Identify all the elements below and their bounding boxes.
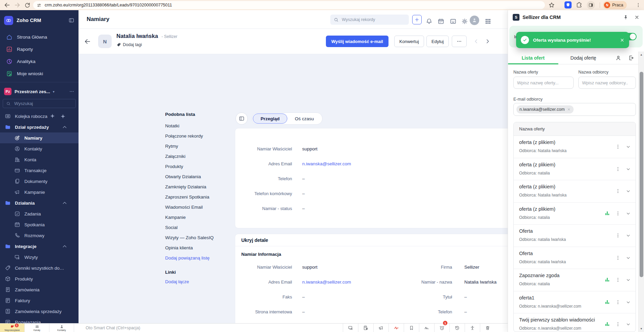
sidebar-item[interactable]: Konta [0, 154, 79, 165]
related-list-item[interactable]: Rytmy [165, 141, 231, 151]
browser-menu-icon[interactable] [636, 1, 641, 9]
sidebar-item[interactable]: Działania [0, 198, 79, 208]
sidebar-search-input[interactable] [14, 101, 74, 106]
chat-dock-nieprzeczytane[interactable]: Nieprzeczytane 1 [0, 324, 25, 332]
row-menu-icon[interactable] [615, 188, 621, 194]
chevron-up-icon[interactable] [62, 124, 68, 130]
url-text[interactable]: crm.zoho.eu/crm/org20113388066/tab/Leads… [45, 3, 172, 7]
related-list-item[interactable]: Zamknięty Działania [165, 182, 231, 192]
apps-grid-icon[interactable] [485, 18, 491, 25]
chevron-down-icon[interactable] [626, 255, 631, 261]
chevron-down-icon[interactable] [626, 211, 631, 216]
bookmark-star-icon[interactable] [548, 2, 555, 8]
row-menu-icon[interactable] [615, 211, 621, 216]
offer-row[interactable]: oferta1 Odbiorca: n.iwanska@sellizer.com [514, 291, 636, 314]
caret-down-icon[interactable]: ▾ [53, 90, 54, 94]
address-bar[interactable]: crm.zoho.eu/crm/org20113388066/tab/Leads… [33, 1, 545, 9]
sidebar-item[interactable]: Strona Główna [0, 31, 79, 43]
chevron-down-icon[interactable] [626, 277, 631, 283]
chevron-down-icon[interactable] [626, 167, 631, 172]
sidebar-item[interactable]: Analityka [0, 55, 79, 67]
chevron-down-icon[interactable] [626, 300, 631, 305]
toolbar-monitoruser-button[interactable] [343, 324, 358, 332]
field-value[interactable]: n.iwanska@sellizer.com [302, 279, 351, 285]
sidebar-item[interactable]: Transakcje [0, 165, 79, 176]
stats-icon[interactable] [605, 321, 610, 327]
offer-row[interactable]: Zapoznanie zgoda Odbiorca: natalia [514, 269, 636, 291]
add-tags[interactable]: Dodaj tagi [116, 42, 142, 47]
toolbar-history-button[interactable] [449, 324, 465, 332]
toolbar-megaphone-button[interactable] [373, 324, 388, 332]
related-list-item[interactable]: Social [165, 222, 231, 232]
chevron-down-icon[interactable] [626, 144, 631, 149]
row-menu-icon[interactable] [615, 321, 621, 327]
related-list-item[interactable]: Połączone rekordy [165, 131, 231, 141]
global-search-input[interactable] [341, 17, 405, 22]
sidebar-item[interactable]: Produkty [0, 273, 79, 284]
chat-dock-kontakty[interactable]: Kontakty [49, 324, 74, 332]
send-email-button[interactable]: Wyślij wiadomość e-mail [326, 36, 388, 47]
pin-icon[interactable] [623, 15, 628, 20]
global-search[interactable] [330, 15, 409, 25]
chevron-down-icon[interactable] [626, 322, 631, 327]
tab-overview[interactable]: Przegląd [253, 113, 287, 124]
related-list-item[interactable]: Otwarty Działania [165, 171, 231, 182]
workspace-selector[interactable]: Pz Przestrzeń zes... ▾ [4, 86, 74, 97]
tab-offer-list[interactable]: Lista ofert [508, 51, 558, 64]
quick-create-button[interactable] [412, 15, 422, 24]
sidebar-search[interactable] [3, 99, 76, 108]
related-list-item[interactable]: Wiadomości Email [165, 202, 231, 212]
add-link-link[interactable]: Dodaj łącze [165, 276, 231, 287]
edit-button[interactable]: Edytuj [426, 36, 449, 47]
related-list-item[interactable]: Załączniki [165, 151, 231, 161]
add-related-list-link[interactable]: Dodaj powiązaną listę [165, 253, 231, 263]
chevron-down-icon[interactable] [626, 189, 631, 194]
sidebar-item[interactable]: Rozmowy [0, 230, 79, 241]
account-icon[interactable] [615, 55, 621, 61]
row-menu-icon[interactable] [615, 277, 621, 283]
side-panel-icon[interactable] [587, 1, 595, 9]
tab-add-offer[interactable]: Dodaj ofertę [558, 51, 609, 64]
offer-name-input[interactable] [513, 77, 574, 89]
chevron-down-icon[interactable] [626, 233, 631, 238]
offer-row[interactable]: Twój pierwszy szablon wiadomości Odbiorc… [514, 313, 636, 332]
notifications-icon[interactable] [426, 18, 432, 25]
workspace-more-icon[interactable] [69, 89, 74, 94]
recipient-name-input[interactable] [578, 77, 636, 89]
sidebar-item[interactable]: Kampanie [0, 187, 79, 198]
logout-icon[interactable] [628, 55, 634, 61]
toolbar-docgear-button[interactable] [358, 324, 373, 332]
chevron-up-icon[interactable] [62, 200, 68, 206]
chip-remove-icon[interactable] [567, 108, 571, 111]
row-menu-icon[interactable] [615, 144, 621, 149]
sidebar-item[interactable]: Spotkania [0, 219, 79, 230]
toolbar-accessibility-button[interactable] [465, 324, 480, 332]
settings-gear-icon[interactable] [461, 18, 468, 25]
next-record-icon[interactable] [485, 38, 491, 44]
more-actions-button[interactable] [452, 36, 467, 47]
offer-row[interactable]: oferta (z plikiem) Odbiorca: natalia [514, 203, 636, 225]
sidebar-item[interactable]: Zamówienia sprzedaży [0, 306, 79, 317]
related-list-item[interactable]: Opinia klienta [165, 243, 231, 253]
sidebar-item[interactable]: Zamówienia [0, 284, 79, 295]
scroll-down-icon[interactable]: ▼ [639, 327, 644, 330]
chat-dock-kanały[interactable]: Kanały [25, 324, 49, 332]
stats-icon[interactable] [605, 299, 610, 305]
row-menu-icon[interactable] [615, 299, 621, 305]
offer-row[interactable]: Oferta Odbiorca: natalia Iwańska [514, 247, 636, 269]
browser-profile[interactable]: N Praca [603, 1, 627, 9]
recipient-email-field[interactable]: n.iwanska@sellizer.com [513, 103, 636, 116]
sidebar-item[interactable]: Dokumenty [0, 176, 79, 187]
sidebar-item[interactable]: Cenniki wszystkich dosta... [0, 263, 79, 273]
related-list-item[interactable]: Notatki [165, 121, 231, 131]
toolbar-activity-button[interactable] [388, 324, 404, 332]
row-menu-icon[interactable] [615, 233, 621, 238]
marketplace-icon[interactable] [450, 18, 457, 25]
offer-row[interactable]: oferta (z plikiem) Odbiorca: Natalia Iwa… [514, 136, 636, 158]
previous-record-icon[interactable] [473, 38, 479, 44]
stats-icon[interactable] [605, 277, 610, 282]
chevron-up-icon[interactable] [62, 243, 68, 249]
calendar-icon[interactable] [438, 18, 444, 25]
toolbar-alarm-button[interactable]: 1 [434, 324, 449, 332]
related-list-item[interactable]: Kampanie [165, 212, 231, 222]
